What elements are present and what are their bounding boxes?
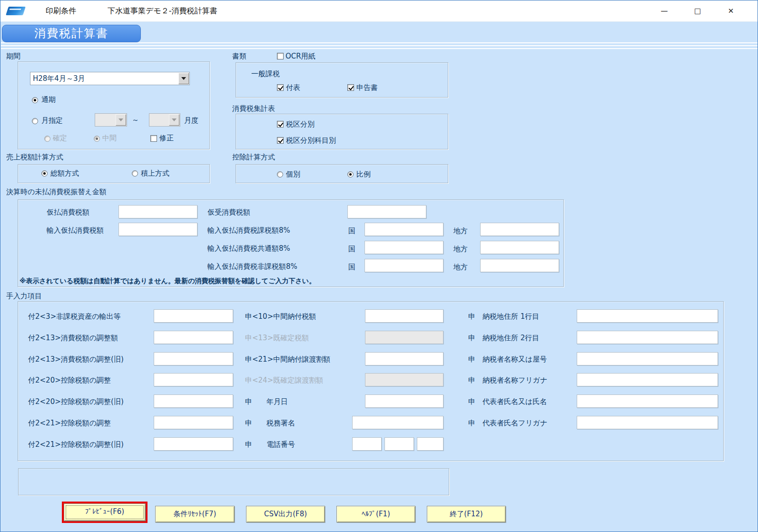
kazei8-kuni-input[interactable]	[364, 223, 443, 236]
manual-mid-input-3[interactable]	[365, 352, 443, 365]
manual-right-input-6[interactable]	[577, 416, 718, 429]
kyotsu8-chiho-input[interactable]	[480, 241, 559, 254]
documents-section-label: 書類	[232, 52, 246, 61]
radio-proportional[interactable]	[347, 171, 354, 177]
minimize-button[interactable]: —	[653, 0, 675, 21]
manual-mid-label: 申 電話番号	[245, 440, 295, 449]
window-title: 下水道事業デモ２-消費税計算書	[108, 6, 217, 16]
kyotsu8-kuni-input[interactable]	[364, 241, 443, 254]
checkbox-by-tax-class[interactable]	[277, 121, 284, 128]
manual-mid-input-6[interactable]	[352, 416, 443, 429]
manual-mid-input-5[interactable]	[365, 394, 443, 408]
deduction-method-groupbox	[236, 164, 448, 183]
radio-accumulate-method[interactable]	[132, 170, 138, 177]
checkbox-by-tax-class-subject-label: 税区分別科目別	[286, 136, 336, 145]
kyotsu8-kuni-label: 国	[348, 245, 355, 254]
csv-export-button[interactable]: CSV出力(F8)	[246, 506, 325, 522]
phone-input-3[interactable]	[417, 437, 443, 451]
radio-month-specified[interactable]	[32, 118, 38, 124]
radio-total-method[interactable]	[41, 170, 48, 177]
manual-right-input-4[interactable]	[577, 373, 718, 386]
checkbox-fuhyo[interactable]	[277, 84, 284, 91]
maximize-button[interactable]: □	[687, 0, 709, 21]
page-title: 消費税計算書	[2, 25, 141, 42]
hikazei8-label: 輸入仮払消費税非課税額8%	[207, 262, 297, 271]
documents-groupbox	[236, 62, 448, 98]
manual-left-input-5[interactable]	[154, 394, 233, 408]
period-select[interactable]: H28年4月～3月	[30, 72, 190, 85]
kyotsu8-chiho-label: 地方	[453, 245, 468, 254]
manual-left-input-4[interactable]	[154, 373, 233, 386]
manual-mid-input-1[interactable]	[365, 309, 443, 323]
general-taxation-label: 一般課税	[251, 69, 280, 79]
app-window: 印刷条件 下水道事業デモ２-消費税計算書 — □ ✕ 消費税計算書 期間 H28…	[0, 0, 758, 532]
kazei8-chiho-input[interactable]	[480, 223, 559, 236]
radio-interim	[94, 136, 100, 142]
month-suffix-label: 月度	[184, 116, 198, 125]
month-from-select	[95, 113, 127, 127]
close-button[interactable]: ✕	[720, 0, 742, 21]
manual-left-label: 付2<13>消費税額の調整(旧)	[28, 355, 124, 364]
manual-right-label: 申 納税地住所 2行目	[468, 334, 539, 343]
manual-right-label: 申 納税地住所 1行目	[468, 312, 539, 321]
radio-accumulate-method-label: 積上方式	[141, 169, 169, 178]
checkbox-revision[interactable]	[150, 135, 157, 142]
manual-right-label: 申 代表者氏名又は氏名	[468, 397, 547, 406]
yunyu-karibarai-input[interactable]	[118, 223, 197, 236]
preview-button-highlight: ﾌﾟﾚﾋﾞｭｰ(F6)	[62, 502, 148, 523]
hikazei8-chiho-input[interactable]	[480, 259, 559, 272]
manual-left-input-3[interactable]	[154, 352, 233, 365]
preview-button[interactable]: ﾌﾟﾚﾋﾞｭｰ(F6)	[64, 503, 146, 521]
phone-input-2[interactable]	[384, 437, 414, 451]
radio-interim-label: 中間	[102, 134, 117, 143]
radio-proportional-label: 比例	[356, 170, 371, 179]
manual-left-label: 付2<13>消費税額の調整額	[28, 334, 118, 343]
checkbox-by-tax-class-subject[interactable]	[277, 137, 284, 144]
kariuke-input[interactable]	[347, 205, 426, 218]
manual-right-input-3[interactable]	[577, 352, 718, 365]
period-section-label: 期間	[6, 52, 20, 61]
kazei8-chiho-label: 地方	[453, 227, 468, 236]
manual-right-label: 申 納税者名称又は屋号	[468, 355, 547, 364]
summary-groupbox	[236, 114, 448, 149]
kariuke-label: 仮受消費税額	[207, 208, 250, 217]
transfer-section-label: 決算時の未払消費税振替え金額	[6, 187, 107, 197]
manual-left-label: 付2<21>控除税額の調整(旧)	[28, 440, 124, 449]
title-bar: 印刷条件 下水道事業デモ２-消費税計算書 — □ ✕	[0, 0, 758, 22]
checkbox-shinkokusho-label: 申告書	[356, 83, 378, 92]
kazei8-kuni-label: 国	[348, 227, 355, 236]
manual-section-label: 手入力項目	[6, 292, 42, 301]
manual-left-input-2[interactable]	[154, 331, 233, 344]
hikazei8-kuni-label: 国	[348, 263, 355, 272]
transfer-note: ※表示されている税額は自動計算ではありません。最新の消費税振替額を確認してご入力…	[20, 277, 315, 286]
chevron-down-icon[interactable]	[178, 73, 189, 84]
manual-mid-label: 申 税務署名	[245, 419, 295, 428]
manual-left-label: 付2<20>控除税額の調整(旧)	[28, 397, 124, 406]
hikazei8-chiho-label: 地方	[453, 263, 468, 272]
radio-full-period[interactable]	[32, 97, 38, 103]
manual-left-input-1[interactable]	[154, 309, 233, 323]
reset-conditions-button[interactable]: 条件ﾘｾｯﾄ(F7)	[155, 506, 235, 522]
radio-fixed	[44, 136, 50, 142]
manual-right-input-1[interactable]	[577, 309, 718, 323]
checkbox-ocr[interactable]	[277, 53, 284, 59]
manual-right-input-2[interactable]	[577, 331, 718, 344]
manual-left-input-6[interactable]	[154, 416, 233, 429]
help-button[interactable]: ﾍﾙﾌﾟ(F1)	[336, 506, 415, 522]
manual-mid-input-4	[365, 373, 443, 386]
hikazei8-kuni-input[interactable]	[364, 259, 443, 272]
radio-individual-label: 個別	[286, 170, 300, 179]
karibarai-input[interactable]	[118, 205, 197, 218]
checkbox-shinkokusho[interactable]	[347, 84, 354, 91]
range-tilde: ～	[132, 116, 139, 125]
radio-total-method-label: 総額方式	[50, 169, 79, 178]
decorative-stripes	[1, 42, 758, 50]
manual-right-input-5[interactable]	[577, 394, 718, 408]
titlebar-menu-label: 印刷条件	[46, 6, 76, 16]
checkbox-by-tax-class-label: 税区分別	[286, 120, 315, 129]
exit-button[interactable]: 終了(F12)	[427, 506, 506, 522]
radio-individual[interactable]	[277, 171, 283, 177]
phone-input-1[interactable]	[352, 437, 382, 451]
radio-month-specified-label: 月指定	[41, 116, 63, 125]
manual-left-input-7[interactable]	[154, 437, 233, 451]
